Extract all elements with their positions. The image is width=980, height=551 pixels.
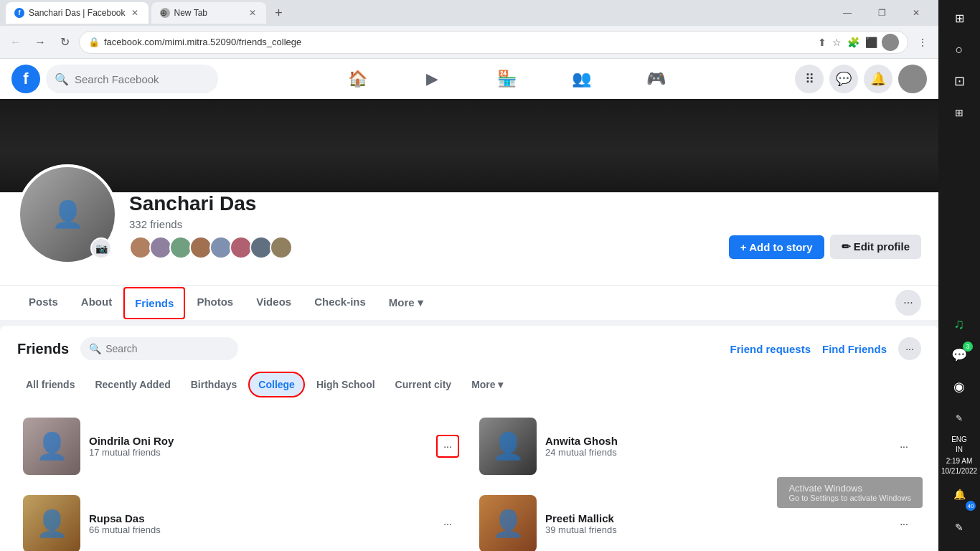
more-menu-button[interactable]: ⋮ [913, 32, 933, 52]
friends-header: Friends 🔍 Friend requests Find Friends ·… [17, 337, 921, 360]
close-button[interactable]: ✕ [900, 2, 933, 24]
profile-name-area: Sanchari Das 332 friends [129, 192, 717, 265]
url-bar[interactable]: 🔒 facebook.com/mimi.mitra.52090/friends_… [79, 31, 908, 54]
fb-user-avatar[interactable] [898, 65, 927, 93]
nav-gaming[interactable]: 🎮 [620, 62, 692, 96]
taskbar-snap-icon[interactable]: ⊞ [944, 98, 974, 128]
minimize-button[interactable]: — [831, 2, 864, 24]
friend-card-preeti[interactable]: 👤 Preeti Mallick 39 mutual friends ··· [473, 489, 921, 551]
filter-high-school[interactable]: High School [308, 373, 384, 396]
filter-recently-added[interactable]: Recently Added [86, 373, 179, 396]
profile-nav: Posts About Friends Photos Videos Check-… [0, 285, 938, 320]
taskbar-sys-icons: ✎ ENGIN 2:19 AM10/21/2022 [941, 403, 977, 476]
friend-mutual-oindrila: 17 mutual friends [89, 447, 459, 458]
tab-newtab[interactable]: ⊕ New Tab ✕ [151, 2, 266, 24]
friend-info-anwita: Anwita Ghosh 24 mutual friends [545, 435, 915, 458]
profile-nav-more[interactable]: More ▾ [377, 286, 435, 319]
friend-card-oindrila[interactable]: 👤 Oindrila Oni Roy 17 mutual friends ··· [17, 412, 465, 481]
taskbar-edit-icon[interactable]: ✎ [944, 512, 974, 542]
reload-button[interactable]: ↻ [55, 32, 75, 52]
nav-watch[interactable]: ▶ [396, 62, 468, 96]
profile-nav-checkins[interactable]: Check-ins [303, 286, 377, 320]
friend-card-anwita[interactable]: 👤 Anwita Ghosh 24 mutual friends ··· [473, 412, 921, 481]
taskbar-whatsapp-icon[interactable]: 💬 3 [944, 340, 974, 370]
friends-section: Friends 🔍 Friend requests Find Friends ·… [0, 326, 938, 551]
profile-pic-small[interactable] [882, 34, 899, 51]
taskbar-windows-icon[interactable]: ⊞ [944, 3, 974, 33]
fb-messenger-icon[interactable]: 💬 [829, 65, 858, 93]
back-button[interactable]: ← [6, 32, 26, 52]
fb-search-bar[interactable]: 🔍 [46, 65, 218, 93]
friends-search-input[interactable] [105, 343, 230, 354]
friend-info-rupsa: Rupsa Das 66 mutual friends [89, 512, 459, 535]
whatsapp-badge: 3 [963, 342, 973, 352]
extension-icon[interactable]: 🧩 [846, 35, 861, 50]
taskbar-search-icon[interactable]: ○ [944, 34, 974, 65]
friends-search-icon: 🔍 [89, 343, 101, 354]
new-tab-button[interactable]: + [269, 3, 289, 23]
avatar-camera-icon[interactable]: 📷 [90, 237, 112, 259]
friend-requests-link[interactable]: Friend requests [730, 343, 811, 355]
filter-birthdays[interactable]: Birthdays [182, 373, 246, 396]
friend-mutual-rupsa: 66 mutual friends [89, 524, 459, 535]
friends-grid: 👤 Oindrila Oni Roy 17 mutual friends ···… [17, 412, 921, 551]
taskbar-notifications[interactable]: 🔔 40 [944, 479, 974, 509]
tab-facebook-label: Sanchari Das | Facebook [29, 8, 126, 18]
nav-groups[interactable]: 👥 [545, 62, 617, 96]
friend-avatar-oindrila: 👤 [23, 418, 80, 475]
address-bar: ← → ↻ 🔒 facebook.com/mimi.mitra.52090/fr… [0, 26, 938, 59]
profile-nav-friends[interactable]: Friends [123, 287, 185, 319]
filter-current-city[interactable]: Current city [387, 373, 461, 396]
taskbar-chrome-icon[interactable]: ◉ [944, 372, 974, 402]
maximize-button[interactable]: ❐ [865, 2, 898, 24]
taskbar-time: 2:19 AM10/21/2022 [941, 456, 977, 476]
profile-friends-count: 332 friends [129, 218, 717, 230]
friend-dots-preeti[interactable]: ··· [892, 512, 915, 535]
profile-nav-dots[interactable]: ··· [895, 290, 921, 316]
fb-notifications-icon[interactable]: 🔔 [864, 65, 892, 93]
profile-name: Sanchari Das [129, 192, 717, 215]
edit-profile-button[interactable]: ✏ Edit profile [830, 235, 922, 259]
taskbar-keyboard-icon[interactable]: ✎ [944, 403, 974, 433]
profile-info-area: 👤 📷 Sanchari Das 332 friends [0, 192, 938, 285]
nav-home[interactable]: 🏠 [321, 62, 393, 96]
profile-nav-posts[interactable]: Posts [17, 286, 70, 320]
friend-dots-oindrila[interactable]: ··· [436, 435, 459, 458]
tab-newtab-close[interactable]: ✕ [248, 6, 258, 19]
profile-nav-photos[interactable]: Photos [185, 286, 245, 320]
fb-grid-icon[interactable]: ⠿ [795, 65, 824, 93]
taskbar-taskview-icon[interactable]: ⊡ [944, 66, 974, 96]
share-icon[interactable]: ⬆ [816, 35, 828, 50]
filter-more[interactable]: More ▾ [463, 373, 512, 396]
screen-icon[interactable]: ⬛ [864, 35, 879, 50]
filter-all-friends[interactable]: All friends [17, 373, 83, 396]
fb-header-right: ⠿ 💬 🔔 [795, 65, 927, 93]
profile-nav-videos[interactable]: Videos [245, 286, 303, 320]
find-friends-link[interactable]: Find Friends [822, 343, 887, 355]
bookmark-icon[interactable]: ☆ [831, 35, 843, 50]
tab-facebook[interactable]: f Sanchari Das | Facebook ✕ [6, 2, 149, 24]
taskbar-spotify-icon[interactable]: ♫ [944, 309, 974, 339]
friend-card-rupsa[interactable]: 👤 Rupsa Das 66 mutual friends ··· [17, 489, 465, 551]
window-controls: — ❐ ✕ [831, 2, 933, 24]
profile-nav-about[interactable]: About [70, 286, 123, 320]
friend-name-oindrila: Oindrila Oni Roy [89, 435, 459, 447]
nav-marketplace[interactable]: 🏪 [471, 62, 542, 96]
tab-facebook-close[interactable]: ✕ [130, 6, 140, 19]
friend-avatar-anwita: 👤 [479, 418, 537, 475]
filter-college[interactable]: College [248, 372, 305, 397]
favicon-fb: f [14, 8, 24, 18]
taskbar: ⊞ ○ ⊡ ⊞ ♫ 💬 3 ◉ ✎ ENGIN 2:19 AM10/21/202… [938, 0, 980, 551]
add-to-story-button[interactable]: + Add to story [729, 235, 824, 259]
fb-logo[interactable]: f [11, 65, 40, 93]
forward-button[interactable]: → [30, 32, 50, 52]
friend-dots-anwita[interactable]: ··· [892, 435, 915, 458]
friend-avatars-row [129, 236, 717, 259]
fb-search-input[interactable] [75, 73, 209, 85]
friend-dots-rupsa[interactable]: ··· [436, 512, 459, 535]
friends-section-dots[interactable]: ··· [898, 337, 921, 360]
friends-search-bar[interactable]: 🔍 [80, 337, 238, 360]
friend-name-preeti: Preeti Mallick [545, 512, 915, 524]
url-icons: ⬆ ☆ 🧩 ⬛ [816, 34, 899, 51]
friend-avatar-preeti: 👤 [479, 495, 537, 551]
